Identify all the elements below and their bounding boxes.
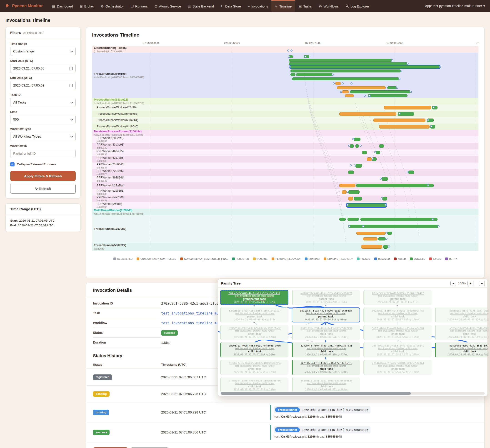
invocation-bar[interactable]: [339, 184, 356, 187]
family-tree-node-child_task[interactable]: 61bd527e-ee26-459e-85b2-4186d278e96atest…: [220, 360, 289, 375]
family-tree-node-child_task[interactable]: a0ff09d1-c2cc-4c83-a44d-01bd107aed4ctest…: [363, 342, 432, 357]
refresh-button[interactable]: ↻ Refresh: [10, 184, 76, 194]
event-marker-dot[interactable]: [439, 66, 441, 68]
event-marker-dot[interactable]: [385, 204, 387, 206]
node-invocation-id[interactable]: aa820833-5a09-425d-926e-64968a90d221: [300, 292, 352, 295]
node-task-name[interactable]: child_task: [320, 332, 333, 336]
event-marker-dot[interactable]: [432, 218, 434, 220]
node-invocation-id[interactable]: e7b44d24-2c61-4bcc-8f81-a8975e5f434d: [372, 362, 424, 364]
invocation-bar[interactable]: [379, 125, 429, 128]
family-tree-node-child_task[interactable]: 8fa4e3f2-ad85-4ae7-ab5a-0203865ed8a7test…: [292, 377, 360, 391]
invocation-bar[interactable]: [373, 118, 425, 122]
family-tree-node-child_task[interactable]: 818a9902-e9bc-415a-8533-39b7test_invocat…: [435, 342, 488, 357]
family-tree-node-parent_task[interactable]: aa820833-5a09-425d-926e-64968a90d221test…: [292, 290, 360, 305]
limit-select[interactable]: 500: [10, 115, 76, 124]
invocation-bar[interactable]: [361, 245, 382, 249]
node-invocation-id[interactable]: 4eb3e1cc-b37a-4175-a207-aec1: [449, 309, 488, 312]
invocation-bar[interactable]: [339, 112, 396, 116]
node-task-name[interactable]: child_task: [320, 367, 333, 371]
node-task-name[interactable]: grandparent_task: [243, 297, 266, 301]
node-task-name[interactable]: parent_task: [318, 315, 333, 318]
event-marker-dot[interactable]: [398, 78, 401, 80]
invocation-bar[interactable]: [362, 151, 367, 154]
event-marker-dot[interactable]: [438, 225, 439, 227]
invocation-bar[interactable]: [348, 225, 438, 228]
invocation-bar[interactable]: [296, 73, 333, 76]
node-invocation-id[interactable]: 1b90371a-40ed-468a-923c-6485083fe9fe: [229, 344, 281, 347]
node-invocation-id[interactable]: b3dad552-d729-4163-815c-89f48e73b412: [372, 292, 424, 295]
event-marker-dot[interactable]: [381, 197, 383, 199]
invocation-bar[interactable]: [387, 232, 392, 235]
invocation-bar[interactable]: [337, 86, 386, 89]
invocation-bar[interactable]: [379, 144, 384, 148]
event-marker-dot[interactable]: [430, 125, 432, 127]
nav-item-orchestrator[interactable]: ⚙Orchestrator: [97, 0, 127, 12]
event-marker-dot[interactable]: [352, 138, 354, 140]
event-marker-dot[interactable]: [290, 50, 292, 51]
family-tree-node-child_task[interactable]: 4eb3e1cc-b37a-4175-a207-aec1test_invocat…: [435, 307, 488, 322]
invocation-bar-selected[interactable]: [347, 203, 386, 207]
workflow-type-select[interactable]: All Workflow Types: [10, 132, 76, 141]
invocation-bar[interactable]: [356, 184, 434, 187]
node-invocation-id[interactable]: a0ff09d1-c2cc-4c83-a44d-01bd107aed4c: [372, 344, 424, 347]
nav-item-timeline[interactable]: ∿Timeline: [271, 0, 295, 12]
scrollbar-thumb[interactable]: [221, 392, 411, 395]
event-marker-dot[interactable]: [347, 204, 349, 206]
node-invocation-id[interactable]: a576eb18-6657-4d6b-8546-6994: [449, 327, 488, 330]
invocation-bar[interactable]: [355, 144, 359, 148]
event-marker-dot[interactable]: [289, 66, 291, 68]
event-marker-dot[interactable]: [354, 164, 356, 166]
node-task-name[interactable]: child_task: [320, 385, 333, 388]
invocation-bar[interactable]: [384, 106, 431, 110]
node-task-name[interactable]: child_task: [248, 332, 262, 336]
event-marker-dot[interactable]: [388, 245, 390, 247]
family-tree-node-child_task[interactable]: 5b17edfd-d38a-4229-8ece-f5efac48a270test…: [363, 325, 432, 340]
invocation-bar[interactable]: [345, 94, 354, 97]
event-marker-dot[interactable]: [391, 59, 393, 61]
event-marker-dot[interactable]: [362, 225, 364, 227]
node-task-name[interactable]: child_task: [248, 350, 262, 353]
event-marker-dot[interactable]: [341, 82, 344, 85]
invocation-bar[interactable]: [348, 197, 353, 201]
invocation-bar[interactable]: [382, 197, 387, 201]
family-tree-node-child_task[interactable]: 14753fcb-d31b-43d2-acf0-077fc6cf65fctest…: [292, 360, 360, 375]
invocation-bar-selected[interactable]: [290, 65, 440, 68]
event-marker-dot[interactable]: [350, 82, 352, 85]
event-marker-dot[interactable]: [304, 56, 306, 58]
event-marker-dot[interactable]: [407, 63, 409, 65]
nav-item-atomic-service[interactable]: ◷Atomic Service: [151, 0, 184, 12]
invocation-bar[interactable]: [290, 73, 295, 76]
nav-item-broker[interactable]: ⊞Broker: [76, 0, 97, 12]
collapse-panel-button[interactable]: −: [479, 281, 485, 286]
zoom-out-button[interactable]: −: [450, 281, 456, 286]
node-task-name[interactable]: child_task: [391, 350, 405, 353]
brand[interactable]: Pynenc Monitor: [5, 0, 43, 12]
nav-item-dashboard[interactable]: ▦Dashboard: [49, 0, 76, 12]
invocation-bar[interactable]: [292, 77, 399, 80]
node-invocation-id[interactable]: 9dd01f76-c091-42c7-9e13-f08565127492: [300, 327, 352, 330]
family-tree-node-child_task[interactable]: 9425e8e7-8880-4c40-99ca-f06b9009fff5test…: [363, 307, 432, 322]
family-tree-node-child_task[interactable]: e7b44d24-2c61-4bcc-8f81-a8975e5f434dtest…: [363, 360, 432, 375]
nav-item-tasks[interactable]: ▤Tasks: [295, 0, 315, 12]
runner-id-link[interactable]: 3b6e1eb0-810e-4146-b86f-43a2586ca336: [302, 408, 368, 412]
event-marker-dot[interactable]: [400, 70, 402, 72]
runner-id-link[interactable]: 3b6e1eb0-810e-4146-b86f-43a2586ca336: [302, 428, 368, 432]
invocation-bar[interactable]: [354, 197, 362, 201]
node-invocation-id[interactable]: 14753fcb-d31b-43d2-acf0-077fc6cf65fc: [300, 362, 352, 364]
family-tree-node-child_task[interactable]: af7da304-e578-47b8-951d-c8ebe37d5786test…: [220, 377, 289, 391]
invocation-bar[interactable]: [363, 237, 377, 240]
invocation-bar[interactable]: [368, 94, 408, 97]
invocation-bar[interactable]: [382, 177, 388, 181]
invocation-bar[interactable]: [289, 59, 392, 62]
family-tree-node-grandparent_task[interactable]: 270ac8df-5786-42c1-ade2-5fbea3a9c412test…: [220, 290, 289, 305]
node-invocation-id[interactable]: d27561d7-99b7-49c3-9ab9-52ef9d9f1a82: [229, 327, 281, 330]
nav-item-runners[interactable]: ❐Runners: [127, 0, 151, 12]
invocation-bar[interactable]: [348, 190, 359, 194]
nav-item-workflows[interactable]: ⁂Workflows: [315, 0, 342, 12]
invocation-bar[interactable]: [354, 138, 360, 141]
node-invocation-id[interactable]: 9425e8e7-8880-4c40-99ca-f06b9009fff5: [372, 309, 424, 312]
invocation-bar[interactable]: [360, 218, 438, 221]
event-marker-dot[interactable]: [364, 95, 366, 97]
node-invocation-id[interactable]: 270ac8df-5786-42c1-ade2-5fbea3a9c412: [228, 292, 280, 295]
event-marker-dot[interactable]: [347, 191, 349, 193]
